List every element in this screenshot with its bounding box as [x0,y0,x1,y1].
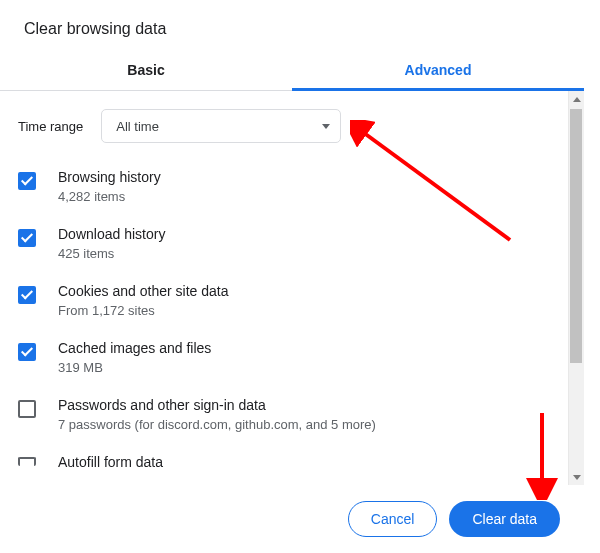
tab-basic[interactable]: Basic [0,52,292,90]
cancel-button[interactable]: Cancel [348,501,438,537]
item-text: Browsing history 4,282 items [58,169,161,204]
time-range-label: Time range [18,119,83,134]
item-passwords: Passwords and other sign-in data 7 passw… [18,397,556,432]
checkbox-passwords[interactable] [18,400,36,418]
item-download-history: Download history 425 items [18,226,556,261]
clear-data-button[interactable]: Clear data [449,501,560,537]
item-title: Cached images and files [58,340,211,356]
dialog-footer: Cancel Clear data [348,501,560,537]
content-scroll-area: Time range All time Browsing history 4,2… [0,91,584,485]
item-subtitle: 7 passwords (for discord.com, github.com… [58,417,376,432]
item-text: Autofill form data [58,454,163,474]
tab-advanced[interactable]: Advanced [292,52,584,90]
item-cached: Cached images and files 319 MB [18,340,556,375]
content: Time range All time Browsing history 4,2… [0,91,584,485]
scroll-down-button[interactable] [569,469,585,485]
clear-data-button-label: Clear data [472,511,537,527]
cancel-button-label: Cancel [371,511,415,527]
checkbox-browsing-history[interactable] [18,172,36,190]
item-text: Passwords and other sign-in data 7 passw… [58,397,376,432]
checkbox-cookies[interactable] [18,286,36,304]
scroll-thumb[interactable] [570,109,582,363]
checkbox-cached[interactable] [18,343,36,361]
item-subtitle: 4,282 items [58,189,161,204]
item-text: Cookies and other site data From 1,172 s… [58,283,228,318]
tab-basic-label: Basic [127,62,164,78]
item-title: Browsing history [58,169,161,185]
item-subtitle: From 1,172 sites [58,303,228,318]
chevron-down-icon [322,124,330,129]
item-text: Download history 425 items [58,226,165,261]
triangle-down-icon [573,475,581,480]
item-autofill: Autofill form data [18,454,556,474]
item-browsing-history: Browsing history 4,282 items [18,169,556,204]
time-range-value: All time [116,119,159,134]
triangle-up-icon [573,97,581,102]
dialog-title: Clear browsing data [0,0,584,52]
checkbox-download-history[interactable] [18,229,36,247]
item-title: Download history [58,226,165,242]
time-range-select[interactable]: All time [101,109,341,143]
item-cookies: Cookies and other site data From 1,172 s… [18,283,556,318]
item-title: Autofill form data [58,454,163,470]
clear-browsing-data-dialog: Clear browsing data Basic Advanced Time … [0,0,584,553]
item-title: Passwords and other sign-in data [58,397,376,413]
item-title: Cookies and other site data [58,283,228,299]
tab-bar: Basic Advanced [0,52,584,91]
item-subtitle: 425 items [58,246,165,261]
item-text: Cached images and files 319 MB [58,340,211,375]
scrollbar[interactable] [568,91,584,485]
checkbox-autofill[interactable] [18,457,36,466]
time-range-row: Time range All time [18,109,556,143]
tab-advanced-label: Advanced [405,62,472,78]
item-subtitle: 319 MB [58,360,211,375]
scroll-up-button[interactable] [569,91,585,107]
